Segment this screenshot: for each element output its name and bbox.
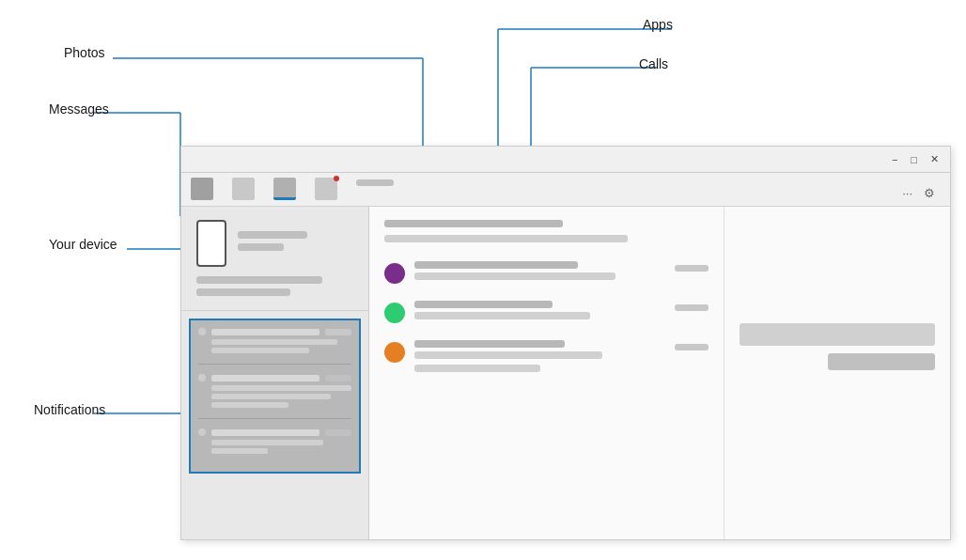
notif-item-1 xyxy=(198,328,351,365)
notif-line-1b xyxy=(211,348,309,353)
contact-msg-3b xyxy=(414,365,540,372)
content-left xyxy=(369,207,724,539)
your-device-label: Your device xyxy=(49,237,117,252)
contact-row-1[interactable] xyxy=(384,261,709,286)
contact-dot-purple xyxy=(384,263,405,284)
contact-name-3 xyxy=(414,340,565,348)
notif-line-2a xyxy=(211,385,351,391)
notif-dot-2 xyxy=(198,374,206,381)
contact-info-2 xyxy=(414,301,665,325)
title-bar: − □ ✕ xyxy=(181,147,950,173)
photos-label: Photos xyxy=(64,45,105,60)
tab-apps-icon[interactable] xyxy=(273,178,296,200)
close-button[interactable]: ✕ xyxy=(927,153,943,165)
settings-icon[interactable]: ⚙ xyxy=(924,186,935,200)
tab-bar: ··· ⚙ xyxy=(181,173,950,207)
notif-line-3a xyxy=(211,440,323,445)
minimize-button[interactable]: − xyxy=(888,154,901,165)
contact-status-2 xyxy=(675,304,709,311)
notif-item-2 xyxy=(198,374,351,419)
contact-msg-3 xyxy=(414,351,602,359)
contact-info-1 xyxy=(414,261,665,286)
app-window: − □ ✕ ··· ⚙ xyxy=(180,146,951,540)
notif-time-3 xyxy=(325,429,351,436)
content-right xyxy=(724,207,950,539)
notifications-label: Notifications xyxy=(34,402,105,417)
calls-label: Calls xyxy=(639,56,668,71)
left-panel xyxy=(181,207,369,539)
title-bar-controls: − □ ✕ xyxy=(888,153,943,165)
contact-info-3 xyxy=(414,340,665,378)
device-info-bar1 xyxy=(196,276,322,284)
contact-dot-orange xyxy=(384,342,405,363)
maximize-button[interactable]: □ xyxy=(907,154,921,165)
notifications-panel xyxy=(189,319,361,474)
contact-row-3[interactable] xyxy=(384,340,709,378)
tab-bar-right: ··· ⚙ xyxy=(902,186,935,200)
rp-main-bar xyxy=(740,323,935,346)
notif-line-3b xyxy=(211,448,268,454)
contact-msg-1 xyxy=(414,272,615,280)
tab-device-icon[interactable] xyxy=(191,178,213,200)
notif-item-3 xyxy=(198,428,351,464)
notif-title-1 xyxy=(211,329,319,335)
contact-name-2 xyxy=(414,301,553,308)
notif-line-2b xyxy=(211,394,331,399)
more-icon[interactable]: ··· xyxy=(902,186,912,200)
rp-sub-bar xyxy=(828,353,935,370)
device-info-bar2 xyxy=(196,288,290,296)
contact-status-3 xyxy=(675,344,709,350)
notif-title-3 xyxy=(211,429,319,436)
contact-msg-2 xyxy=(414,312,590,319)
main-content xyxy=(369,207,950,539)
contact-row-2[interactable] xyxy=(384,301,709,325)
contact-dot-green xyxy=(384,303,405,323)
tab-calls-icon[interactable] xyxy=(315,178,337,200)
contact-status-1 xyxy=(675,265,709,272)
notif-title-2 xyxy=(211,375,319,381)
content-subtitle-bar xyxy=(384,235,628,242)
device-text-block xyxy=(238,231,353,256)
device-icon xyxy=(196,220,226,267)
apps-label: Apps xyxy=(643,17,673,32)
notif-dot-3 xyxy=(198,428,206,436)
notif-line-2c xyxy=(211,402,288,408)
device-row xyxy=(196,220,353,267)
notif-dot-1 xyxy=(198,328,206,335)
right-panel-content xyxy=(740,323,935,370)
device-name-bar xyxy=(238,231,307,239)
device-status-bar xyxy=(238,243,284,251)
messages-label: Messages xyxy=(49,101,109,117)
contact-name-1 xyxy=(414,261,578,269)
notif-time-1 xyxy=(325,329,351,335)
device-section xyxy=(181,207,368,311)
notif-time-2 xyxy=(325,375,351,381)
tab-label-bar xyxy=(356,179,394,186)
content-title-bar xyxy=(384,220,563,227)
tab-photos-icon[interactable] xyxy=(232,178,255,200)
notif-line-1a xyxy=(211,339,337,345)
